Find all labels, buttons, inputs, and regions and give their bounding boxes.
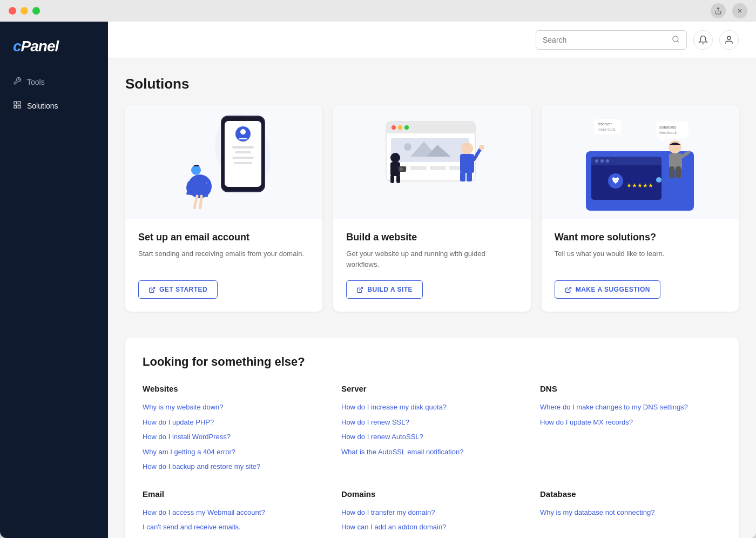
svg-point-42 [479,145,484,150]
sidebar-item-tools[interactable]: Tools [6,71,102,93]
faq-link[interactable]: Why am I getting a 404 error? [143,447,324,458]
svg-text:solutions: solutions [659,125,677,130]
get-started-button[interactable]: GET STARTED [138,280,218,299]
svg-rect-56 [594,119,621,134]
sidebar-item-solutions-label: Solutions [27,102,58,110]
svg-line-7 [677,41,679,42]
svg-point-19 [191,165,201,175]
svg-point-47 [595,159,598,163]
svg-text:discover: discover [598,122,612,126]
svg-rect-2 [14,102,17,104]
search-container[interactable] [536,30,687,50]
faq-category-websites-title: Websites [143,384,324,393]
make-suggestion-button[interactable]: MAKE A SUGGESTION [555,280,660,299]
faq-link[interactable]: I can't send and receive emails. [143,522,324,533]
svg-text:★★★★★: ★★★★★ [626,182,653,189]
svg-text:more tools: more tools [598,127,616,131]
faq-link[interactable]: Why is my database not connecting? [540,507,721,518]
faq-link[interactable]: How do I install WordPress? [143,432,324,442]
page-content: Solutions [108,58,756,538]
notifications-icon[interactable] [693,30,713,50]
search-icon[interactable] [672,35,680,45]
faq-category-domains: Domains How do I transfer my domain? How… [341,489,523,539]
website-card-desc: Get your website up and running with gui… [346,248,517,270]
more-solutions-card-title: Want more solutions? [555,232,726,243]
svg-rect-14 [232,146,254,149]
faq-link[interactable]: How do I renew SSL? [341,417,523,428]
faq-link[interactable]: How do I increase my disk quota? [341,402,523,413]
faq-link[interactable]: Why is my website down? [143,402,324,413]
svg-rect-62 [676,166,681,178]
faq-category-email: Email How do I access my Webmail account… [143,489,324,539]
svg-rect-30 [430,166,446,170]
svg-point-24 [398,125,402,130]
svg-rect-53 [656,122,688,138]
faq-link[interactable]: How do I backup and restore my site? [143,461,324,472]
sidebar-item-solutions[interactable]: Solutions [6,95,102,117]
website-card-title: Build a website [346,232,517,243]
close-traffic-light[interactable] [9,7,16,15]
solutions-title: Solutions [125,76,739,92]
sidebar-item-tools-label: Tools [27,78,45,86]
website-illustration [333,105,530,219]
email-card-title: Set up an email account [138,232,309,243]
close-icon[interactable] [732,3,747,18]
svg-rect-5 [14,105,17,108]
svg-point-38 [461,143,473,154]
faq-link[interactable]: How can I add an addon domain? [341,522,523,533]
faq-link[interactable]: How do I update MX records? [540,417,721,428]
svg-point-27 [404,143,411,151]
faq-category-email-title: Email [143,489,324,499]
faq-link[interactable]: Where do I make changes to my DNS settin… [540,402,721,413]
external-link-icon [148,286,156,293]
faq-category-websites: Websites Why is my website down? How do … [143,384,324,472]
faq-link[interactable]: How do I access my Webmail account? [143,507,324,518]
faq-category-database: Database Why is my database not connecti… [540,489,721,539]
email-card-desc: Start sending and receiving emails from … [138,248,309,270]
header [108,22,756,58]
faq-category-database-title: Database [540,489,721,499]
faq-category-server-title: Server [341,384,523,393]
svg-rect-39 [460,154,474,173]
user-icon[interactable] [719,30,739,50]
svg-rect-40 [460,172,465,181]
tools-icon [13,77,22,88]
svg-rect-16 [232,157,254,159]
sidebar-nav: Tools Solutions [0,71,108,117]
search-input[interactable] [543,36,667,44]
solutions-icon [13,100,22,111]
svg-rect-15 [235,151,251,153]
svg-point-23 [392,125,396,130]
faq-link[interactable]: How do I update PHP? [143,417,324,428]
svg-rect-17 [234,162,252,164]
svg-text:feedback: feedback [659,130,677,135]
svg-point-32 [390,153,400,163]
faq-link[interactable]: How do I transfer my domain? [341,507,523,518]
svg-point-13 [240,129,246,134]
minimize-traffic-light[interactable] [21,7,28,15]
svg-point-8 [727,36,731,39]
more-solutions-card-body: Want more solutions? Tell us what you wo… [542,219,739,312]
svg-rect-29 [410,166,427,170]
looking-title: Looking for something else? [143,355,721,369]
more-solutions-card-desc: Tell us what you would like to learn. [555,248,726,270]
traffic-lights [9,7,40,15]
external-link-icon [356,286,363,293]
looking-section: Looking for something else? Websites Why… [125,338,739,538]
fullscreen-traffic-light[interactable] [32,7,40,15]
faq-link[interactable]: What is the AutoSSL email notification? [341,447,523,458]
svg-point-48 [600,159,604,163]
svg-rect-61 [669,166,674,178]
svg-point-52 [656,177,662,183]
svg-rect-4 [18,105,21,108]
faq-link[interactable]: How do I renew AutoSSL? [341,432,523,442]
svg-point-37 [400,167,403,171]
email-card-body: Set up an email account Start sending an… [125,219,322,312]
share-icon[interactable] [711,3,726,18]
svg-rect-35 [396,175,400,183]
sidebar-logo: cPanel [0,32,108,71]
build-site-button[interactable]: BUILD A SITE [346,280,423,299]
faq-category-server: Server How do I increase my disk quota? … [341,384,523,472]
svg-point-49 [606,159,609,163]
external-link-icon [565,286,572,293]
